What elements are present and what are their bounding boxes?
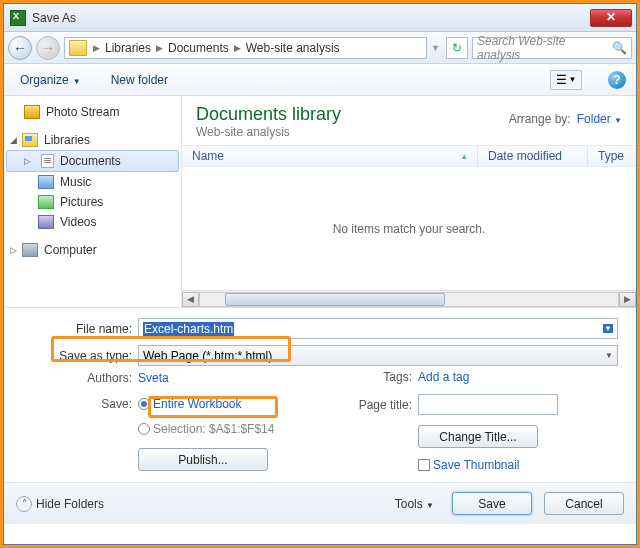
app-icon <box>10 10 26 26</box>
horizontal-scrollbar[interactable]: ◀ ▶ <box>182 290 636 307</box>
column-name[interactable]: Name▴ <box>182 146 478 166</box>
expand-icon[interactable]: ◢ <box>10 135 17 145</box>
expand-icon[interactable]: ▷ <box>24 156 31 166</box>
save-scope-label: Save: <box>18 397 138 411</box>
new-folder-button[interactable]: New folder <box>105 70 174 90</box>
column-headers: Name▴ Date modified Type <box>182 145 636 167</box>
checkbox-icon <box>418 459 430 471</box>
save-button[interactable]: Save <box>452 492 532 515</box>
column-type[interactable]: Type <box>588 146 636 166</box>
arrange-by-dropdown[interactable]: Folder ▼ <box>577 112 622 126</box>
window-title: Save As <box>32 11 590 25</box>
toolbar: Organize▼ New folder ☰ ▼ ? <box>4 64 636 96</box>
sidebar-item-documents[interactable]: ▷Documents <box>6 150 179 172</box>
breadcrumb-bar[interactable]: ▶ Libraries ▶ Documents ▶ Web-site analy… <box>64 37 427 59</box>
sidebar-item-pictures[interactable]: Pictures <box>4 192 181 212</box>
document-icon <box>41 154 54 168</box>
annotation-highlight <box>148 396 278 418</box>
search-input[interactable]: Search Web-site analysis 🔍 <box>472 37 632 59</box>
empty-message: No items match your search. <box>333 222 486 236</box>
libraries-icon <box>22 133 38 147</box>
sidebar-item-computer[interactable]: ▷Computer <box>4 240 181 260</box>
cancel-button[interactable]: Cancel <box>544 492 624 515</box>
navbar: ← → ▶ Libraries ▶ Documents ▶ Web-site a… <box>4 32 636 64</box>
tags-value[interactable]: Add a tag <box>418 370 578 384</box>
authors-label: Authors: <box>18 371 138 385</box>
music-icon <box>38 175 54 189</box>
dialog-footer: ˄Hide Folders Tools ▼ Save Cancel <box>4 482 636 524</box>
expand-icon[interactable]: ▷ <box>10 245 17 255</box>
column-date[interactable]: Date modified <box>478 146 588 166</box>
help-button[interactable]: ? <box>608 71 626 89</box>
scroll-right-button[interactable]: ▶ <box>619 292 636 307</box>
publish-button[interactable]: Publish... <box>138 448 268 471</box>
photo-icon <box>24 105 40 119</box>
chevron-down-icon[interactable]: ▼ <box>605 351 613 360</box>
pagetitle-label: Page title: <box>338 398 418 412</box>
breadcrumb-item[interactable]: Web-site analysis <box>243 41 343 55</box>
refresh-button[interactable]: ↻ <box>446 37 468 59</box>
pictures-icon <box>38 195 54 209</box>
tools-dropdown[interactable]: Tools ▼ <box>395 497 440 511</box>
computer-icon <box>22 243 38 257</box>
nav-back-button[interactable]: ← <box>8 36 32 60</box>
chevron-down-icon[interactable]: ▼ <box>603 324 613 333</box>
sidebar-item-libraries[interactable]: ◢Libraries <box>4 130 181 150</box>
file-pane: Documents library Web-site analysis Arra… <box>182 96 636 307</box>
save-as-dialog: Save As ✕ ← → ▶ Libraries ▶ Documents ▶ … <box>3 3 637 545</box>
breadcrumb-item[interactable]: Documents <box>165 41 232 55</box>
breadcrumb-sep: ▶ <box>232 43 243 53</box>
sort-indicator-icon: ▴ <box>462 151 467 161</box>
tags-label: Tags: <box>338 370 418 384</box>
scroll-thumb[interactable] <box>225 293 445 306</box>
close-button[interactable]: ✕ <box>590 9 632 27</box>
radio-off-icon <box>138 423 150 435</box>
search-icon: 🔍 <box>612 41 627 55</box>
breadcrumb-item[interactable]: Libraries <box>102 41 154 55</box>
sidebar-item-videos[interactable]: Videos <box>4 212 181 232</box>
radio-selection[interactable]: Selection: $A$1:$F$14 <box>138 422 298 436</box>
sidebar-item-photostream[interactable]: Photo Stream <box>4 102 181 122</box>
change-title-button[interactable]: Change Title... <box>418 425 538 448</box>
arrange-by-label: Arrange by: <box>509 112 571 126</box>
breadcrumb-sep: ▶ <box>154 43 165 53</box>
authors-value[interactable]: Sveta <box>138 371 298 385</box>
chevron-up-icon: ˄ <box>16 496 32 512</box>
scroll-left-button[interactable]: ◀ <box>182 292 199 307</box>
file-list: No items match your search. <box>182 167 636 290</box>
view-options-button[interactable]: ☰ ▼ <box>550 70 582 90</box>
folder-icon <box>69 40 87 56</box>
organize-button[interactable]: Organize▼ <box>14 70 87 90</box>
search-placeholder: Search Web-site analysis <box>477 34 612 62</box>
hide-folders-button[interactable]: ˄Hide Folders <box>16 496 104 512</box>
titlebar: Save As ✕ <box>4 4 636 32</box>
filename-label: File name: <box>18 322 138 336</box>
pagetitle-input[interactable] <box>418 394 558 415</box>
library-title: Documents library <box>196 104 341 125</box>
annotation-highlight <box>51 336 291 362</box>
sidebar-item-music[interactable]: Music <box>4 172 181 192</box>
breadcrumb-sep: ▶ <box>91 43 102 53</box>
nav-forward-button[interactable]: → <box>36 36 60 60</box>
videos-icon <box>38 215 54 229</box>
library-subtitle: Web-site analysis <box>196 125 341 139</box>
sidebar: Photo Stream ◢Libraries ▷Documents Music… <box>4 96 182 307</box>
save-thumbnail-checkbox[interactable]: Save Thumbnail <box>418 458 578 472</box>
